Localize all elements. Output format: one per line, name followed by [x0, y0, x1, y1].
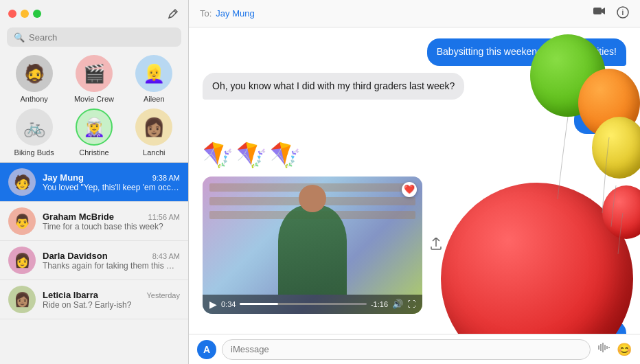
maximize-button[interactable] [33, 10, 41, 18]
conv-preview: Time for a touch base this week? [43, 222, 180, 231]
emoji-button[interactable]: 😊 [617, 342, 632, 357]
kite-sticker-2: 🪁 [236, 141, 267, 170]
conv-name: Darla Davidson [43, 251, 108, 261]
conv-time: 11:56 AM [148, 213, 180, 221]
progress-fill [240, 303, 277, 305]
conv-info-graham: Graham McBride 11:56 AM Time for a touch… [43, 212, 180, 231]
video-time-current: 0:34 [221, 300, 236, 308]
message-bubble-amazing: Amazing idea! [546, 321, 626, 334]
avatar-anthony: 🧔 [16, 55, 53, 92]
conv-time: 8:43 AM [152, 252, 180, 260]
traffic-lights [8, 10, 41, 18]
kite-stickers-row: 🪁 🪁 🪁 [203, 141, 301, 170]
conv-header: Graham McBride 11:56 AM [43, 212, 180, 222]
progress-bar[interactable] [240, 303, 367, 305]
conv-item-leticia-ibarra[interactable]: 👩🏽 Leticia Ibarra Yesterday Ride on Sat.… [0, 280, 188, 319]
conv-item-jay-mung[interactable]: 🧑 Jay Mung 9:38 AM You loved "Yep, this'… [0, 163, 188, 202]
video-call-button[interactable] [593, 6, 606, 21]
input-bar: A 😊 [189, 334, 640, 364]
avatar-christine: 🧝‍♀️ [76, 109, 113, 146]
contact-name-christine: Christine [79, 148, 108, 157]
message-row-amazing: Amazing idea! Delivered [203, 321, 626, 334]
chat-header: To: Jay Mung i [189, 0, 640, 27]
message-row-1: Babysitting this weekend, I need activit… [203, 38, 626, 66]
chat-recipient-name[interactable]: Jay Mung [216, 8, 254, 19]
main-content: To: Jay Mung i Babysitting this weekend,… [189, 0, 640, 364]
svg-rect-0 [593, 8, 602, 14]
message-bubble-outgoing-1: Babysitting this weekend, I need activit… [427, 38, 626, 66]
pinned-contact-biking-buds[interactable]: 🚲 Biking Buds [10, 109, 58, 157]
video-like-badge: ❤️ [402, 182, 417, 197]
pinned-contacts: 🧔 Anthony 🎬 Movie Crew 👱‍♀️ Aileen 🚲 Bik… [0, 52, 188, 162]
message-row-3: Tell me! [203, 106, 626, 134]
video-time-remaining: -1:16 [371, 300, 388, 308]
chat-to: To: Jay Mung [200, 8, 255, 19]
video-controls[interactable]: ▶ 0:34 -1:16 🔊 ⛶ [203, 295, 422, 314]
avatar-graham-mcbride: 👨 [8, 207, 36, 235]
audio-waveform-icon[interactable] [596, 341, 611, 357]
conv-info-darla: Darla Davidson 8:43 AM Thanks again for … [43, 251, 180, 271]
contact-name-lanchi: Lanchi [143, 148, 165, 157]
contact-name-movie-crew: Movie Crew [74, 95, 114, 103]
search-bar: 🔍 [7, 27, 181, 47]
kite-sticker-3: 🪁 [270, 141, 301, 170]
message-bubble-incoming-2: Oh, you know what I did with my third gr… [203, 73, 464, 100]
contact-name-biking-buds: Biking Buds [14, 148, 54, 157]
contact-name-anthony: Anthony [20, 95, 47, 103]
avatar-lanchi: 👩🏽 [135, 109, 172, 146]
share-button[interactable] [431, 238, 442, 253]
conv-preview: Thanks again for taking them this weeken… [43, 261, 180, 271]
avatar-darla-davidson: 👩 [8, 247, 36, 274]
volume-icon[interactable]: 🔊 [392, 299, 403, 309]
message-row-2: Oh, you know what I did with my third gr… [203, 73, 626, 100]
avatar-aileen: 👱‍♀️ [135, 55, 172, 92]
conv-name: Leticia Ibarra [43, 290, 98, 300]
conv-preview: You loved "Yep, this'll keep 'em occupie… [43, 183, 180, 192]
pinned-contact-aileen[interactable]: 👱‍♀️ Aileen [130, 55, 178, 103]
message-input[interactable] [222, 339, 591, 360]
avatar-leticia-ibarra: 👩🏽 [8, 286, 36, 313]
avatar-movie-crew: 🎬 [76, 55, 113, 92]
svg-text:i: i [622, 9, 624, 16]
play-button[interactable]: ▶ [209, 299, 217, 310]
compose-button[interactable] [166, 7, 180, 21]
conv-info-leticia: Leticia Ibarra Yesterday Ride on Sat.? E… [43, 290, 180, 310]
messages-area[interactable]: Babysitting this weekend, I need activit… [189, 27, 640, 334]
conv-name: Jay Mung [43, 172, 84, 183]
search-icon: 🔍 [14, 32, 25, 43]
conv-item-darla-davidson[interactable]: 👩 Darla Davidson 8:43 AM Thanks again fo… [0, 241, 188, 280]
chat-actions: i [593, 6, 629, 21]
pinned-contact-anthony[interactable]: 🧔 Anthony [10, 55, 58, 103]
pinned-contact-christine[interactable]: 🧝‍♀️ Christine [70, 109, 118, 157]
info-button[interactable]: i [617, 6, 629, 21]
fullscreen-icon[interactable]: ⛶ [407, 299, 415, 309]
conv-preview: Ride on Sat.? Early-ish? [43, 300, 180, 310]
titlebar [0, 0, 188, 27]
conv-name: Graham McBride [43, 212, 114, 222]
avatar-jay-mung: 🧑 [8, 168, 36, 196]
avatar-biking-buds: 🚲 [16, 109, 53, 146]
search-input[interactable] [29, 32, 174, 43]
input-right-icons: 😊 [596, 341, 632, 357]
chat-to-label: To: [200, 8, 212, 19]
app-store-button[interactable]: A [197, 340, 216, 359]
sidebar: 🔍 🧔 Anthony 🎬 Movie Crew 👱‍♀️ Aileen 🚲 B… [0, 0, 189, 364]
conv-header: Leticia Ibarra Yesterday [43, 290, 180, 300]
video-message-wrap: ▶ 0:34 -1:16 🔊 ⛶ ❤️ [203, 177, 422, 314]
conv-time: 9:38 AM [152, 174, 180, 182]
balloon-red-large [441, 183, 633, 334]
video-thumbnail[interactable]: ▶ 0:34 -1:16 🔊 ⛶ ❤️ [203, 177, 422, 314]
close-button[interactable] [8, 10, 16, 18]
minimize-button[interactable] [21, 10, 29, 18]
contact-name-aileen: Aileen [144, 95, 165, 103]
pinned-contact-lanchi[interactable]: 👩🏽 Lanchi [130, 109, 178, 157]
conv-info-jay-mung: Jay Mung 9:38 AM You loved "Yep, this'll… [43, 172, 180, 192]
conv-item-graham-mcbride[interactable]: 👨 Graham McBride 11:56 AM Time for a tou… [0, 202, 188, 241]
balloon-red-small [602, 185, 640, 239]
kite-sticker-1: 🪁 [203, 141, 233, 170]
conv-time: Yesterday [146, 291, 180, 299]
conv-header: Darla Davidson 8:43 AM [43, 251, 180, 261]
pinned-contact-movie-crew[interactable]: 🎬 Movie Crew [70, 55, 118, 103]
conv-header: Jay Mung 9:38 AM [43, 172, 180, 183]
conversation-list: 🧑 Jay Mung 9:38 AM You loved "Yep, this'… [0, 163, 188, 364]
